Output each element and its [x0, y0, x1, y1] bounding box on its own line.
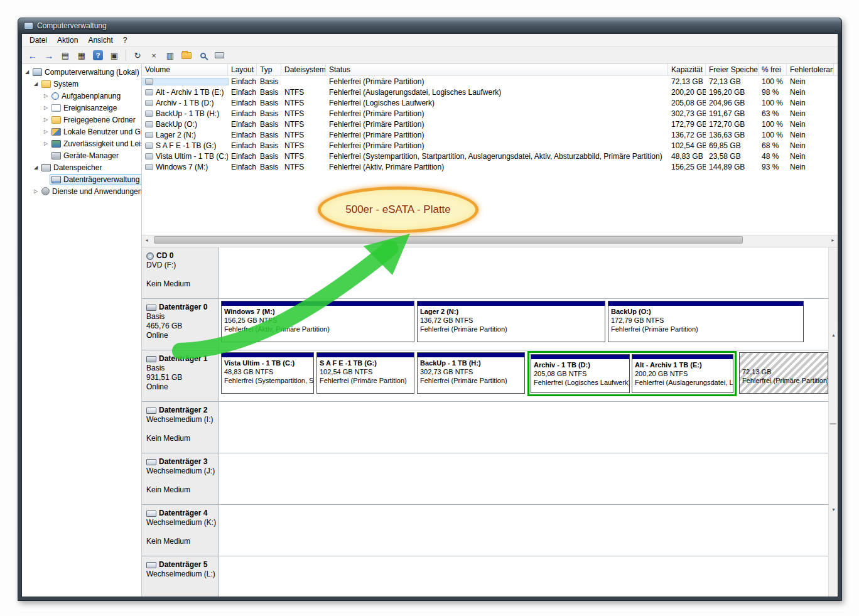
volume-row-archiv-d[interactable]: Archiv - 1 TB (D:) Einfach Basis NTFS Fe…	[142, 97, 838, 108]
help-icon[interactable]: ?	[90, 48, 105, 62]
partition-alt-archiv-e[interactable]: Alt - Archiv 1 TB (E:) 200,20 GB NTFS Fe…	[632, 354, 733, 393]
volume-name: BackUp (O:)	[156, 120, 197, 129]
titlebar[interactable]: Computerverwaltung	[21, 18, 838, 33]
cd0-info-box[interactable]: CD 0 DVD (F:) Kein Medium	[142, 247, 219, 298]
partition-safe-g[interactable]: S A F E -1 TB (G:) 102,54 GB NTFS Fehler…	[316, 352, 414, 394]
menu-datei[interactable]: Datei	[24, 34, 52, 46]
cell-frei: 204,96 GB	[706, 99, 759, 107]
disk5-info-box[interactable]: Datenträger 5 Wechselmedium (L:)	[142, 556, 219, 597]
disk-name: Datenträger 3	[159, 457, 207, 467]
disk0-info-box[interactable]: Datenträger 0 Basis 465,76 GB Online	[142, 299, 219, 350]
volume-row-lager2-n[interactable]: Lager 2 (N:) Einfach Basis NTFS Fehlerfr…	[142, 129, 838, 140]
column-layout[interactable]: Layout	[228, 64, 257, 75]
refresh-icon[interactable]: ↻	[130, 48, 145, 62]
disk3-info-box[interactable]: Datenträger 3 Wechselmedium (J:) Kein Me…	[142, 453, 219, 504]
partition-windows7-m[interactable]: Windows 7 (M:) 156,25 GB NTFS Fehlerfrei…	[221, 301, 414, 342]
scroll-right-icon[interactable]: ►	[828, 235, 838, 244]
volume-list: Volume Layout Typ Dateisystem Status Kap…	[142, 64, 838, 235]
volume-row-backup-h[interactable]: BackUp - 1 TB (H:) Einfach Basis NTFS Fe…	[142, 108, 838, 119]
disk-type: Wechselmedium (I:)	[146, 415, 216, 424]
scrollbar-track[interactable]	[151, 235, 828, 244]
tree-item-lokale-benutzer-und-gruppen[interactable]: ▷ Lokale Benutzer und Gruppen	[22, 126, 141, 138]
scroll-left-icon[interactable]: ◄	[142, 235, 151, 244]
volume-row-unnamed[interactable]: Einfach Basis Fehlerfrei (Primäre Partit…	[142, 76, 838, 87]
column-dateisystem[interactable]: Dateisystem	[281, 64, 326, 75]
partition-lager2-n[interactable]: Lager 2 (N:) 136,72 GB NTFS Fehlerfrei (…	[417, 301, 605, 342]
column-fehlertoleranz[interactable]: Fehlertoleranz	[787, 64, 834, 75]
column-kapazitaet[interactable]: Kapazität	[668, 64, 706, 75]
show-console-tree-icon[interactable]: ▦	[74, 48, 89, 62]
search-icon[interactable]	[195, 48, 210, 62]
partition-archiv-d[interactable]: Archiv - 1 TB (D:) 205,08 GB NTFS Fehler…	[531, 354, 630, 393]
partition-size: 136,72 GB NTFS	[418, 316, 605, 325]
tree-item-aufgabenplanung[interactable]: ▷ Aufgabenplanung	[22, 90, 141, 102]
disk2-info-box[interactable]: Datenträger 2 Wechselmedium (I:) Kein Me…	[142, 402, 219, 453]
expander-icon[interactable]: ◢	[32, 165, 40, 170]
tree-item-dienste-und-anwendungen[interactable]: ▷ Dienste und Anwendungen	[22, 185, 141, 197]
column-typ[interactable]: Typ	[257, 64, 281, 75]
tree-item-ereignisanzeige[interactable]: ▷ Ereignisanzeige	[22, 102, 141, 114]
tree-item-computerverwaltung-lokal[interactable]: ◢ Computerverwaltung (Lokal)	[22, 66, 141, 78]
column-status[interactable]: Status	[326, 64, 668, 75]
open-folder-icon[interactable]	[179, 48, 194, 62]
volume-name: Alt - Archiv 1 TB (E:)	[156, 88, 224, 97]
volume-row-alt-archiv-e[interactable]: Alt - Archiv 1 TB (E:) Einfach Basis NTF…	[142, 87, 838, 97]
disk-size	[146, 424, 216, 434]
column-prozent-frei[interactable]: % frei	[759, 64, 787, 75]
scrollbar-thumb[interactable]	[829, 423, 836, 424]
volume-row-safe-g[interactable]: S A F E -1 TB (G:) Einfach Basis NTFS Fe…	[142, 140, 838, 151]
tree-item-freigegebene-ordner[interactable]: ▷ Freigegebene Ordner	[22, 114, 141, 126]
forward-icon[interactable]: →	[41, 48, 57, 62]
partition-vista-c[interactable]: Vista Ultim - 1 TB (C:) 48,83 GB NTFS Fe…	[221, 352, 314, 394]
partition-backup-h[interactable]: BackUp - 1 TB (H:) 302,73 GB NTFS Fehler…	[417, 352, 525, 394]
menu-aktion[interactable]: Aktion	[52, 34, 83, 46]
export-list-icon[interactable]: ▤	[58, 48, 73, 62]
column-freier-speicher[interactable]: Freier Speicher	[706, 64, 759, 75]
device-manager-icon	[51, 152, 61, 159]
disk1-info-box[interactable]: Datenträger 1 Basis 931,51 GB Online	[142, 350, 219, 401]
expander-icon[interactable]: ▷	[42, 141, 50, 146]
expander-icon[interactable]: ◢	[32, 81, 40, 87]
back-icon[interactable]: ←	[25, 48, 40, 62]
scroll-up-icon[interactable]: ▲	[829, 247, 838, 422]
expander-icon[interactable]: ▷	[42, 117, 50, 122]
tree-item-geraete-manager[interactable]: Geräte-Manager	[22, 149, 141, 161]
disk-status: Kein Medium	[146, 537, 216, 546]
properties-icon[interactable]: ▥	[163, 48, 178, 62]
tree-item-datenspeicher[interactable]: ◢ Datenspeicher	[22, 161, 141, 173]
menu-ansicht[interactable]: Ansicht	[83, 34, 117, 46]
delete-icon[interactable]: ×	[146, 48, 161, 62]
partition-size: 172,79 GB NTFS	[608, 316, 803, 325]
tree-label: Freigegebene Ordner	[63, 116, 136, 124]
volume-row-vista-c[interactable]: Vista Ultim - 1 TB (C:) Einfach Basis NT…	[142, 151, 838, 161]
expander-icon[interactable]: ▷	[42, 105, 50, 111]
volume-name: Archiv - 1 TB (D:)	[156, 99, 213, 107]
horizontal-scrollbar[interactable]: ◄ ►	[142, 235, 838, 244]
volume-row-backup-o[interactable]: BackUp (O:) Einfach Basis NTFS Fehlerfre…	[142, 119, 838, 129]
volume-row-windows7-m[interactable]: Windows 7 (M:) Einfach Basis NTFS Fehler…	[142, 161, 838, 172]
partition-size: 48,83 GB NTFS	[222, 367, 313, 376]
disk-name: CD 0	[156, 251, 173, 261]
partition-size: 156,25 GB NTFS	[222, 316, 414, 325]
column-volume[interactable]: Volume	[142, 64, 228, 75]
partition-unnamed-selected[interactable]: 72,13 GB Fehlerfrei (Primäre Partition)	[739, 352, 828, 394]
disk1-partition-strip: Vista Ultim - 1 TB (C:) 48,83 GB NTFS Fe…	[219, 350, 828, 401]
tree-label: Ereignisanzeige	[63, 104, 117, 112]
tree-item-datentraegerverwaltung[interactable]: Datenträgerverwaltung	[22, 173, 141, 185]
expander-icon[interactable]: ▷	[32, 188, 40, 194]
partition-backup-o[interactable]: BackUp (O:) 172,79 GB NTFS Fehlerfrei (P…	[608, 301, 804, 342]
scroll-down-icon[interactable]: ▼	[829, 422, 838, 597]
tree-item-system[interactable]: ◢ System	[22, 78, 141, 90]
menu-help[interactable]: ?	[118, 34, 132, 46]
scrollbar-thumb[interactable]	[154, 236, 743, 244]
expander-icon[interactable]: ◢	[23, 69, 31, 75]
vertical-scrollbar[interactable]: ▲ ▼	[828, 247, 838, 597]
tree-item-zuverlaessigkeit-und-leistung[interactable]: ▷ Zuverlässigkeit und Leistung	[22, 138, 141, 149]
cell-typ: Basis	[257, 141, 281, 150]
disk-tool-icon[interactable]	[212, 48, 227, 62]
expander-icon[interactable]: ▷	[42, 129, 50, 134]
new-window-icon[interactable]: ▣	[107, 48, 122, 62]
disk4-info-box[interactable]: Datenträger 4 Wechselmedium (K:) Kein Me…	[142, 505, 219, 556]
expander-icon[interactable]: ▷	[42, 93, 50, 99]
partition-name: Lager 2 (N:)	[418, 307, 605, 316]
